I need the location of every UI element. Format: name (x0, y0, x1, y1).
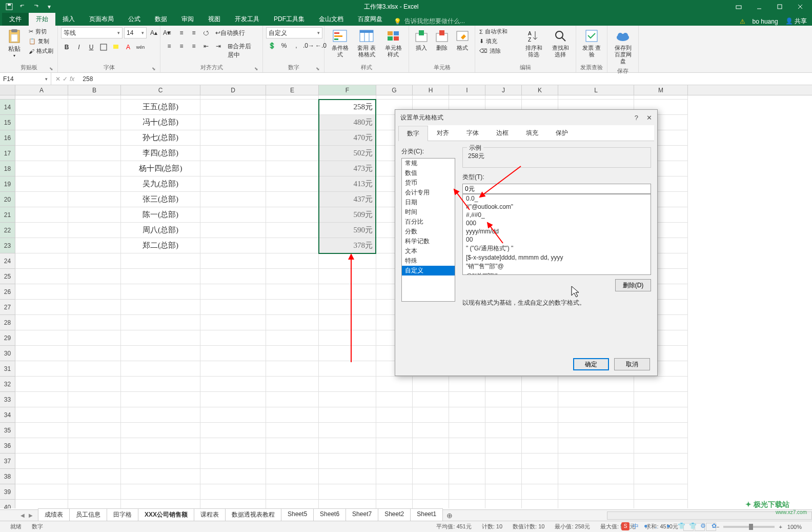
cell-C23[interactable]: 郑二(总部) (121, 238, 200, 253)
user-name[interactable]: bo huang (753, 18, 778, 25)
tray-icon[interactable]: ● (666, 522, 675, 530)
category-item[interactable]: 常规 (402, 159, 455, 168)
dialog-close-icon[interactable]: ✕ (646, 114, 652, 122)
cell-B36[interactable] (68, 438, 121, 454)
cell-D17[interactable] (200, 146, 266, 161)
cell-J34[interactable] (485, 407, 522, 423)
cancel-button[interactable]: 取消 (614, 358, 650, 370)
row-header-21[interactable]: 21 (0, 207, 15, 223)
cell-M13[interactable] (634, 95, 688, 100)
row-header-36[interactable]: 36 (0, 438, 15, 454)
cell-D32[interactable] (200, 377, 266, 392)
cell-F39[interactable] (319, 484, 376, 500)
new-sheet-button[interactable]: ⊕ (442, 511, 457, 520)
cell-F15[interactable]: 480元 (319, 115, 376, 130)
row-header-15[interactable]: 15 (0, 115, 15, 130)
dialog-tab-4[interactable]: 填充 (517, 125, 547, 141)
sheet-tab[interactable]: Sheet2 (378, 508, 411, 522)
cell-M32[interactable] (634, 377, 688, 392)
percent-icon[interactable]: % (278, 40, 290, 51)
fill-button[interactable]: ⬇填充 (478, 37, 519, 46)
tab-home[interactable]: 开始 (29, 13, 55, 26)
col-header-J[interactable]: J (485, 85, 522, 95)
cell-F31[interactable] (319, 361, 376, 377)
category-item[interactable]: 文本 (402, 246, 455, 256)
cell-F29[interactable] (319, 330, 376, 346)
cell-E27[interactable] (266, 300, 319, 315)
format-item[interactable]: #,##0_ (463, 211, 651, 219)
sheet-tab[interactable]: 员工信息 (69, 508, 107, 522)
cell-C31[interactable] (121, 361, 200, 377)
close-icon[interactable] (790, 1, 810, 13)
formula-input[interactable]: 258 (78, 75, 812, 83)
row-header-16[interactable]: 16 (0, 130, 15, 146)
row-header-33[interactable]: 33 (0, 392, 15, 407)
copy-button[interactable]: 📋复制 (28, 37, 54, 46)
cell-E23[interactable] (266, 238, 319, 253)
cell-D31[interactable] (200, 361, 266, 377)
table-format-button[interactable]: 套用 表格格式 (354, 27, 379, 59)
cell-D37[interactable] (200, 454, 266, 469)
increase-decimal-icon[interactable]: .0→ (303, 40, 314, 51)
fill-color-button[interactable] (110, 42, 121, 53)
ok-button[interactable]: 确定 (573, 358, 609, 370)
category-item[interactable]: 时间 (402, 207, 455, 217)
cell-A31[interactable] (15, 361, 68, 377)
cell-L37[interactable] (558, 454, 634, 469)
decrease-indent-icon[interactable]: ⇤ (200, 41, 212, 52)
cell-A38[interactable] (15, 469, 68, 484)
cell-G13[interactable] (376, 95, 413, 100)
cell-C29[interactable] (121, 330, 200, 346)
cell-M34[interactable] (634, 407, 688, 423)
cell-C19[interactable]: 吴九(总部) (121, 176, 200, 192)
format-item[interactable]: 000 (463, 219, 651, 227)
cell-L39[interactable] (558, 484, 634, 500)
cell-F19[interactable]: 413元 (319, 176, 376, 192)
cell-E37[interactable] (266, 454, 319, 469)
cell-L33[interactable] (558, 392, 634, 407)
cell-A14[interactable] (15, 100, 68, 115)
row-header-29[interactable]: 29 (0, 330, 15, 346)
tab-baidu[interactable]: 百度网盘 (351, 13, 390, 26)
col-header-H[interactable]: H (413, 85, 449, 95)
dialog-launcher-icon[interactable]: ⬊ (254, 66, 258, 71)
share-button[interactable]: 👤 共享 (785, 17, 807, 26)
col-header-C[interactable]: C (121, 85, 200, 95)
row-header-26[interactable]: 26 (0, 284, 15, 300)
cell-L36[interactable] (558, 438, 634, 454)
cell-J35[interactable] (485, 423, 522, 438)
select-all-corner[interactable] (0, 85, 15, 95)
cell-B24[interactable] (68, 253, 121, 269)
cell-F27[interactable] (319, 300, 376, 315)
cell-A13[interactable] (15, 95, 68, 100)
comma-icon[interactable]: , (291, 40, 302, 51)
tray-icon[interactable]: 中 (633, 522, 641, 530)
font-name-combo[interactable]: 等线▾ (61, 27, 123, 38)
cell-K13[interactable] (522, 95, 558, 100)
cell-K38[interactable] (522, 469, 558, 484)
cell-D21[interactable] (200, 207, 266, 223)
cell-I36[interactable] (449, 438, 485, 454)
warning-icon[interactable]: ⚠ (740, 18, 745, 25)
cell-B38[interactable] (68, 469, 121, 484)
tell-me-search[interactable]: 💡 告诉我您想要做什么... (394, 17, 465, 26)
dialog-help-icon[interactable]: ? (635, 114, 638, 122)
cell-D36[interactable] (200, 438, 266, 454)
category-item[interactable]: 会计专用 (402, 188, 455, 198)
cell-G39[interactable] (376, 484, 413, 500)
cell-E14[interactable] (266, 100, 319, 115)
cell-E40[interactable] (266, 500, 319, 508)
cell-F30[interactable] (319, 346, 376, 361)
cell-L34[interactable] (558, 407, 634, 423)
cell-F36[interactable] (319, 438, 376, 454)
category-item[interactable]: 百分比 (402, 217, 455, 227)
cell-F40[interactable] (319, 500, 376, 508)
cell-C13[interactable] (121, 95, 200, 100)
cell-G40[interactable] (376, 500, 413, 508)
cell-E17[interactable] (266, 146, 319, 161)
cell-B29[interactable] (68, 330, 121, 346)
cell-A40[interactable] (15, 500, 68, 508)
cell-B21[interactable] (68, 207, 121, 223)
cell-E32[interactable] (266, 377, 319, 392)
col-header-G[interactable]: G (376, 85, 413, 95)
